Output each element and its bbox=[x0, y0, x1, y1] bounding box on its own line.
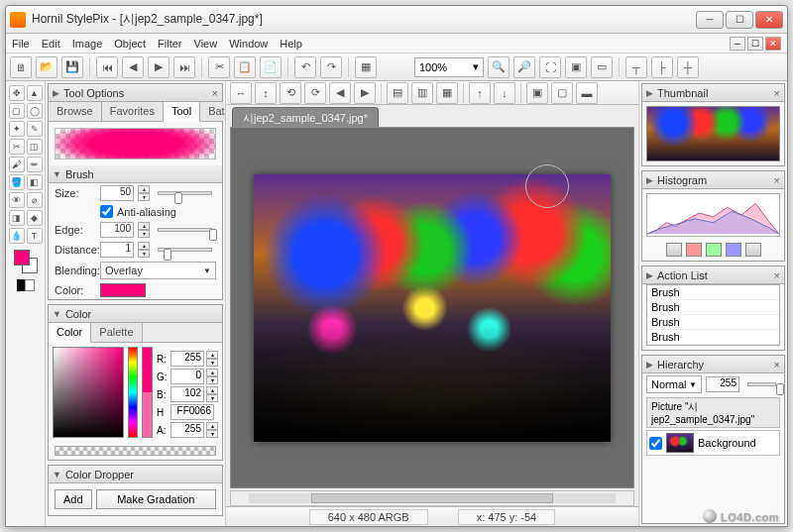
flip-h-icon[interactable]: ↔ bbox=[230, 82, 252, 104]
menu-view[interactable]: View bbox=[194, 38, 218, 50]
dropper-tool-icon[interactable]: 💧 bbox=[9, 228, 25, 244]
default-colors-icon[interactable] bbox=[17, 279, 35, 291]
menu-help[interactable]: Help bbox=[280, 38, 302, 50]
r-input[interactable]: 255 bbox=[170, 351, 204, 367]
pen-tool-icon[interactable]: ✎ bbox=[27, 121, 43, 137]
histogram-close-icon[interactable]: × bbox=[774, 174, 780, 186]
menu-image[interactable]: Image bbox=[72, 38, 103, 50]
minimize-button[interactable]: ─ bbox=[696, 11, 724, 29]
shape-tool-icon[interactable]: ◆ bbox=[27, 210, 43, 226]
picture-node[interactable]: Picture "시jep2_sample_0347.jpg" bbox=[646, 397, 780, 428]
hue-slider[interactable] bbox=[128, 347, 138, 438]
nav-last-button[interactable]: ⏭ bbox=[173, 56, 195, 78]
maximize-button[interactable]: ☐ bbox=[726, 11, 753, 29]
horizontal-scrollbar[interactable] bbox=[230, 490, 634, 506]
distance-input[interactable]: 1 bbox=[100, 242, 134, 258]
close-button[interactable]: ✕ bbox=[755, 11, 783, 29]
menu-object[interactable]: Object bbox=[114, 38, 146, 50]
ruler-v-button[interactable]: ├ bbox=[651, 56, 673, 78]
hex-input[interactable]: FF0066 bbox=[170, 404, 214, 420]
r-spinner[interactable]: ▴▾ bbox=[206, 351, 218, 367]
paste-button[interactable]: 📄 bbox=[260, 56, 282, 78]
mdi-minimize-button[interactable]: ─ bbox=[730, 37, 745, 51]
b-spinner[interactable]: ▴▾ bbox=[206, 386, 218, 402]
tab-browse[interactable]: Browse bbox=[49, 102, 102, 121]
layer-visible-checkbox[interactable] bbox=[649, 437, 662, 450]
brush-color-chip[interactable] bbox=[100, 283, 146, 297]
tab-tool[interactable]: Tool bbox=[164, 102, 200, 122]
fill-tool-icon[interactable]: 🪣 bbox=[9, 174, 25, 190]
mdi-close-button[interactable]: ✕ bbox=[765, 37, 781, 51]
redeye-tool-icon[interactable]: 👁 bbox=[9, 192, 25, 208]
align-right-icon[interactable]: ▦ bbox=[436, 82, 458, 104]
rotate-left-icon[interactable]: ◀ bbox=[329, 82, 351, 104]
layer-up-icon[interactable]: ↑ bbox=[469, 82, 491, 104]
document-tab[interactable]: 시jep2_sample_0347.jpg* bbox=[232, 107, 379, 127]
group-icon[interactable]: ▣ bbox=[526, 82, 548, 104]
rotate-right-icon[interactable]: ▶ bbox=[354, 82, 376, 104]
zoom-in-button[interactable]: 🔍 bbox=[488, 56, 510, 78]
channel-r-icon[interactable] bbox=[686, 243, 702, 257]
flip-v-icon[interactable]: ↕ bbox=[255, 82, 277, 104]
tab-color[interactable]: Color bbox=[49, 323, 91, 343]
actual-size-button[interactable]: ▣ bbox=[565, 56, 587, 78]
thumbnail-image[interactable] bbox=[646, 106, 780, 161]
layer-down-icon[interactable]: ↓ bbox=[494, 82, 515, 104]
hierarchy-close-icon[interactable]: × bbox=[774, 359, 780, 371]
copy-button[interactable]: 📋 bbox=[234, 56, 256, 78]
mdi-restore-button[interactable]: ☐ bbox=[747, 37, 763, 51]
ungroup-icon[interactable]: ▢ bbox=[551, 82, 573, 104]
new-button[interactable]: 🗎 bbox=[10, 56, 32, 78]
lasso-tool-icon[interactable]: ◯ bbox=[27, 103, 43, 119]
ruler-h-button[interactable]: ┬ bbox=[625, 56, 647, 78]
blending-dropdown[interactable]: Overlay▼ bbox=[100, 262, 216, 279]
pencil-tool-icon[interactable]: ✏ bbox=[27, 157, 43, 172]
color-field[interactable] bbox=[53, 347, 124, 438]
tool-options-close-icon[interactable]: × bbox=[212, 87, 218, 99]
list-item[interactable]: Brush bbox=[647, 345, 779, 346]
make-gradation-button[interactable]: Make Gradation bbox=[96, 489, 216, 509]
menu-file[interactable]: File bbox=[12, 38, 30, 50]
list-item[interactable]: Brush bbox=[647, 285, 779, 300]
menu-edit[interactable]: Edit bbox=[42, 38, 60, 50]
undo-button[interactable]: ↶ bbox=[294, 56, 316, 78]
cut-button[interactable]: ✂ bbox=[208, 56, 230, 78]
fullscreen-button[interactable]: ▭ bbox=[591, 56, 613, 78]
g-input[interactable]: 0 bbox=[170, 369, 204, 384]
nav-next-button[interactable]: ▶ bbox=[148, 56, 170, 78]
g-spinner[interactable]: ▴▾ bbox=[206, 369, 218, 384]
action-list-close-icon[interactable]: × bbox=[774, 269, 780, 281]
merge-icon[interactable]: ▬ bbox=[576, 82, 598, 104]
channel-rgb-icon[interactable] bbox=[666, 243, 682, 257]
a-spinner[interactable]: ▴▾ bbox=[206, 422, 218, 438]
text-tool-icon[interactable]: T bbox=[27, 228, 43, 244]
channel-a-icon[interactable] bbox=[745, 243, 761, 257]
eraser-tool-icon[interactable]: ◨ bbox=[9, 210, 25, 226]
distance-spinner[interactable]: ▴▾ bbox=[138, 242, 150, 258]
edge-input[interactable]: 100 bbox=[100, 222, 134, 238]
size-slider[interactable] bbox=[158, 191, 212, 195]
layer-row[interactable]: Background bbox=[646, 430, 780, 456]
wand-tool-icon[interactable]: ✦ bbox=[9, 121, 25, 137]
tab-favorites[interactable]: Favorites bbox=[102, 102, 164, 121]
action-list[interactable]: Brush Brush Brush Brush Brush bbox=[646, 284, 780, 346]
clone-tool-icon[interactable]: ⌀ bbox=[27, 192, 43, 208]
open-button[interactable]: 📂 bbox=[36, 56, 57, 78]
opacity-input[interactable]: 255 bbox=[706, 376, 739, 392]
list-item[interactable]: Brush bbox=[647, 330, 779, 345]
size-spinner[interactable]: ▴▾ bbox=[138, 185, 150, 201]
pointer-tool-icon[interactable]: ▲ bbox=[27, 85, 43, 101]
align-center-icon[interactable]: ▥ bbox=[411, 82, 433, 104]
rotate-cw-icon[interactable]: ⟳ bbox=[304, 82, 326, 104]
opacity-slider[interactable] bbox=[747, 382, 776, 386]
size-input[interactable]: 50 bbox=[100, 185, 134, 201]
tab-palette[interactable]: Palette bbox=[91, 323, 142, 342]
nav-prev-button[interactable]: ◀ bbox=[122, 56, 144, 78]
distance-slider[interactable] bbox=[158, 248, 212, 252]
color-swatch[interactable] bbox=[14, 250, 38, 273]
current-color-swatch[interactable] bbox=[142, 347, 153, 438]
title-bar[interactable]: Hornil StylePix - [시jep2_sample_0347.jpg… bbox=[6, 6, 787, 34]
blend-mode-dropdown[interactable]: Normal▼ bbox=[646, 375, 702, 393]
save-button[interactable]: 💾 bbox=[61, 56, 83, 78]
b-input[interactable]: 102 bbox=[170, 386, 204, 402]
